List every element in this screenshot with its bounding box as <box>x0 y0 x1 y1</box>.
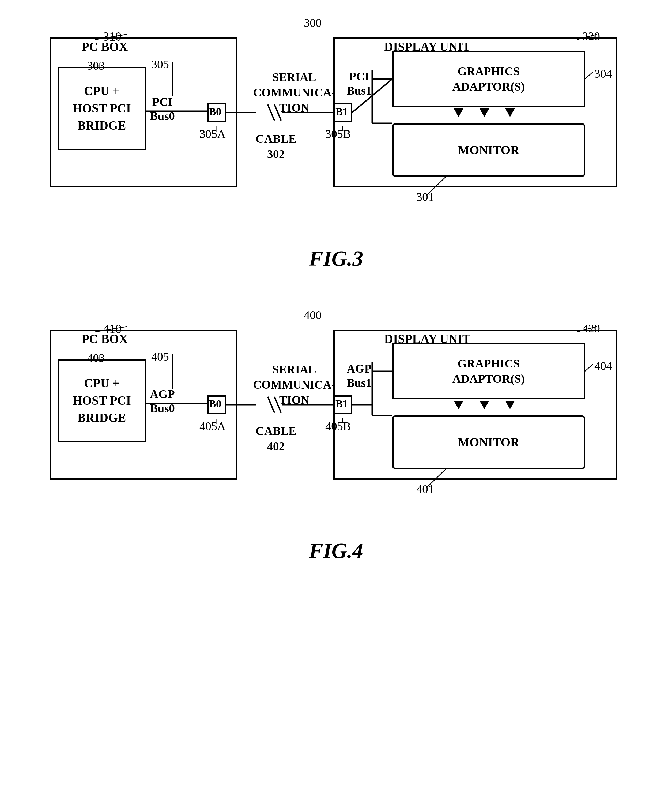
fig3-pci-bus0: PCIBus0 <box>150 95 175 124</box>
fig4-cpu-box: CPU +HOST PCIBRIDGE <box>57 359 146 442</box>
fig3-number: 300 <box>304 16 322 30</box>
fig4-b0-ref: 405A <box>200 419 226 433</box>
fig3-pc-box-ref: 310 <box>103 29 122 44</box>
fig3-b0-label: B0 <box>209 105 222 118</box>
fig3-arrow1 <box>454 108 463 117</box>
fig4-b1-ref: 405B <box>325 419 351 433</box>
fig3-arrows <box>454 108 515 117</box>
fig4-label: FIG.4 <box>309 539 363 563</box>
fig3-b1-label: B1 <box>336 105 348 118</box>
fig4-agp-bus1: AGPBus1 <box>347 362 372 390</box>
fig4-arrow3 <box>505 401 515 409</box>
fig4-display-ref: 420 <box>582 322 600 335</box>
fig3-graphics-box: GRAPHICSADAPTOR(S) <box>392 51 585 107</box>
fig3-cable-label: CABLE302 <box>256 131 296 162</box>
fig3-graphics-label: GRAPHICSADAPTOR(S) <box>452 64 525 94</box>
fig4-b1-label: B1 <box>336 397 348 410</box>
fig3-monitor-label: MONITOR <box>458 143 519 157</box>
fig4-arrow2 <box>480 401 489 409</box>
fig4-diagram: 400 PC BOX 410 CPU +HOST PCIBRIDGE 403 4… <box>41 308 631 528</box>
fig3-cpu-label: CPU +HOST PCIBRIDGE <box>73 83 131 134</box>
page: 300 PC BOX 310 CPU +HOST PCIBRIDGE 303 3… <box>0 0 672 788</box>
fig3-b1-ref: 305B <box>325 127 351 141</box>
fig4-graphics-label: GRAPHICSADAPTOR(S) <box>452 356 525 386</box>
fig3-cpu-box: CPU +HOST PCIBRIDGE <box>57 67 146 150</box>
fig3-display-ref: 320 <box>582 29 600 43</box>
fig3-arrow2 <box>480 108 489 117</box>
fig3-diagram: 300 PC BOX 310 CPU +HOST PCIBRIDGE 303 3… <box>41 16 631 236</box>
fig4-monitor-ref: 401 <box>416 482 434 496</box>
fig3-b0-ref: 305A <box>200 127 226 141</box>
fig4-monitor-box: MONITOR <box>392 415 585 469</box>
figure-4-section: 400 PC BOX 410 CPU +HOST PCIBRIDGE 403 4… <box>21 308 651 563</box>
fig4-agp-ref: 405 <box>151 350 169 364</box>
fig3-pci-bus1: PCIBus1 <box>347 70 372 98</box>
fig3-graphics-ref: 304 <box>594 67 612 81</box>
fig3-monitor-ref: 301 <box>416 190 434 204</box>
fig4-cpu-label: CPU +HOST PCIBRIDGE <box>73 375 131 426</box>
fig3-arrow3 <box>505 108 515 117</box>
fig3-label: FIG.3 <box>309 246 363 271</box>
fig4-serial-label: SERIALCOMMUNICA-TION <box>253 362 336 408</box>
fig4-graphics-box: GRAPHICSADAPTOR(S) <box>392 343 585 399</box>
fig4-pc-box-ref: 410 <box>103 322 122 336</box>
fig4-cpu-ref: 403 <box>87 351 105 365</box>
fig3-pci-ref: 305 <box>151 57 169 71</box>
fig4-cable-label: CABLE402 <box>256 423 296 454</box>
fig4-agp-bus0: AGPBus0 <box>150 387 175 416</box>
fig4-graphics-ref: 404 <box>594 359 612 373</box>
figure-3-section: 300 PC BOX 310 CPU +HOST PCIBRIDGE 303 3… <box>21 16 651 271</box>
fig3-serial-label: SERIALCOMMUNICA-TION <box>253 70 336 116</box>
fig3-monitor-box: MONITOR <box>392 123 585 177</box>
fig4-arrow1 <box>454 401 463 409</box>
fig3-cpu-ref: 303 <box>87 59 105 73</box>
fig4-number: 400 <box>304 308 322 322</box>
fig4-monitor-label: MONITOR <box>458 435 519 450</box>
fig4-arrows <box>454 401 515 409</box>
fig4-b0-label: B0 <box>209 397 222 410</box>
